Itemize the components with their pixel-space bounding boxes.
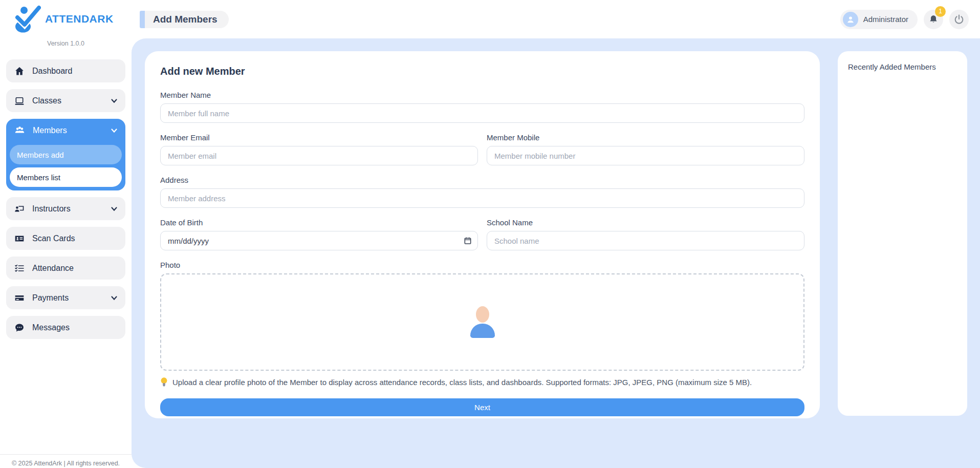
member-mobile-group: Member Mobile bbox=[487, 133, 804, 165]
power-icon bbox=[953, 14, 965, 25]
avatar bbox=[843, 12, 858, 27]
lightbulb-icon bbox=[160, 377, 168, 387]
add-member-form-card: Add new Member Member Name Member Email … bbox=[145, 51, 820, 418]
sidebar-subitem-label: Members add bbox=[17, 151, 64, 159]
dob-group: Date of Birth bbox=[160, 218, 478, 250]
photo-group: Photo bbox=[160, 261, 804, 371]
school-group: School Name bbox=[487, 218, 804, 250]
title-accent-bar bbox=[140, 11, 145, 28]
sidebar-nav: Dashboard Classes bbox=[0, 59, 132, 454]
recently-added-panel: Recently Added Members bbox=[838, 51, 967, 416]
sidebar-item-label: Instructors bbox=[32, 204, 71, 214]
member-name-label: Member Name bbox=[160, 91, 804, 99]
member-email-group: Member Email bbox=[160, 133, 478, 165]
sidebar-item-payments[interactable]: Payments bbox=[6, 286, 125, 309]
sidebar-item-messages[interactable]: Messages bbox=[6, 316, 125, 339]
laptop-icon bbox=[14, 96, 25, 106]
sidebar-item-label: Scan Cards bbox=[32, 234, 75, 243]
sidebar-item-attendance[interactable]: Attendance bbox=[6, 257, 125, 280]
sidebar-item-label: Members bbox=[33, 126, 67, 135]
address-group: Address bbox=[160, 176, 804, 208]
main-area: Add Members Administrator bbox=[132, 0, 980, 468]
school-label: School Name bbox=[487, 218, 804, 227]
sidebar-item-instructors[interactable]: Instructors bbox=[6, 197, 125, 220]
chevron-down-icon bbox=[111, 97, 118, 104]
dob-label: Date of Birth bbox=[160, 218, 478, 227]
sidebar-item-dashboard[interactable]: Dashboard bbox=[6, 59, 125, 82]
home-icon bbox=[14, 66, 25, 76]
sidebar-group-members: Members Members add Members list bbox=[6, 119, 125, 190]
header-actions: Administrator 1 bbox=[840, 10, 969, 29]
member-name-input[interactable] bbox=[160, 103, 804, 123]
photo-hint-text: Upload a clear profile photo of the Memb… bbox=[172, 378, 752, 387]
user-name: Administrator bbox=[863, 15, 908, 24]
id-card-icon bbox=[14, 233, 25, 244]
sidebar-item-classes[interactable]: Classes bbox=[6, 89, 125, 112]
logout-button[interactable] bbox=[949, 10, 969, 29]
members-icon bbox=[14, 125, 25, 136]
notification-badge: 1 bbox=[935, 6, 946, 17]
chevron-down-icon bbox=[111, 127, 118, 134]
credit-card-icon bbox=[14, 293, 25, 303]
checklist-icon bbox=[14, 263, 25, 273]
instructor-icon bbox=[14, 204, 25, 214]
top-header: Add Members Administrator bbox=[132, 0, 980, 38]
school-input[interactable] bbox=[487, 231, 804, 250]
app-name: ATTENDARK bbox=[45, 13, 114, 25]
notifications-button[interactable]: 1 bbox=[924, 10, 943, 29]
sidebar-item-label: Payments bbox=[32, 293, 69, 303]
sidebar-subitem-members-list[interactable]: Members list bbox=[10, 167, 122, 187]
calendar-icon[interactable] bbox=[464, 237, 472, 245]
page-title: Add Members bbox=[140, 11, 229, 28]
app-version: Version 1.0.0 bbox=[0, 40, 132, 47]
photo-upload-dropzone[interactable] bbox=[160, 273, 804, 371]
form-title: Add new Member bbox=[160, 66, 804, 77]
sidebar-subitem-label: Members list bbox=[17, 173, 60, 182]
sidebar-item-members[interactable]: Members bbox=[6, 119, 125, 142]
member-mobile-label: Member Mobile bbox=[487, 133, 804, 142]
content-area: Add new Member Member Name Member Email … bbox=[132, 38, 980, 468]
sidebar-item-label: Attendance bbox=[32, 264, 74, 273]
attendark-logo-icon bbox=[14, 5, 41, 33]
chevron-down-icon bbox=[111, 205, 118, 212]
member-email-input[interactable] bbox=[160, 146, 478, 165]
sidebar-item-label: Messages bbox=[32, 323, 70, 332]
dob-input[interactable] bbox=[160, 231, 478, 250]
user-menu[interactable]: Administrator bbox=[840, 10, 918, 29]
sidebar-item-scan-cards[interactable]: Scan Cards bbox=[6, 227, 125, 250]
address-label: Address bbox=[160, 176, 804, 184]
chevron-down-icon bbox=[111, 294, 118, 302]
copyright-footer: © 2025 AttendArk | All rights reserved. bbox=[0, 454, 132, 468]
sidebar-subitem-members-add[interactable]: Members add bbox=[10, 145, 122, 164]
member-name-group: Member Name bbox=[160, 91, 804, 123]
photo-label: Photo bbox=[160, 261, 804, 269]
chat-icon bbox=[14, 323, 25, 333]
next-button[interactable]: Next bbox=[160, 398, 804, 416]
sidebar-item-label: Classes bbox=[32, 96, 61, 105]
page: ATTENDARK Version 1.0.0 Dashboard Classe… bbox=[0, 0, 980, 468]
photo-hint: Upload a clear profile photo of the Memb… bbox=[160, 377, 804, 387]
logo: ATTENDARK bbox=[0, 0, 132, 33]
sidebar-item-label: Dashboard bbox=[32, 67, 72, 76]
address-input[interactable] bbox=[160, 188, 804, 208]
member-email-label: Member Email bbox=[160, 133, 478, 142]
sidebar: ATTENDARK Version 1.0.0 Dashboard Classe… bbox=[0, 0, 132, 468]
recently-added-title: Recently Added Members bbox=[848, 62, 957, 71]
member-mobile-input[interactable] bbox=[487, 146, 804, 165]
person-placeholder-icon bbox=[470, 306, 495, 338]
